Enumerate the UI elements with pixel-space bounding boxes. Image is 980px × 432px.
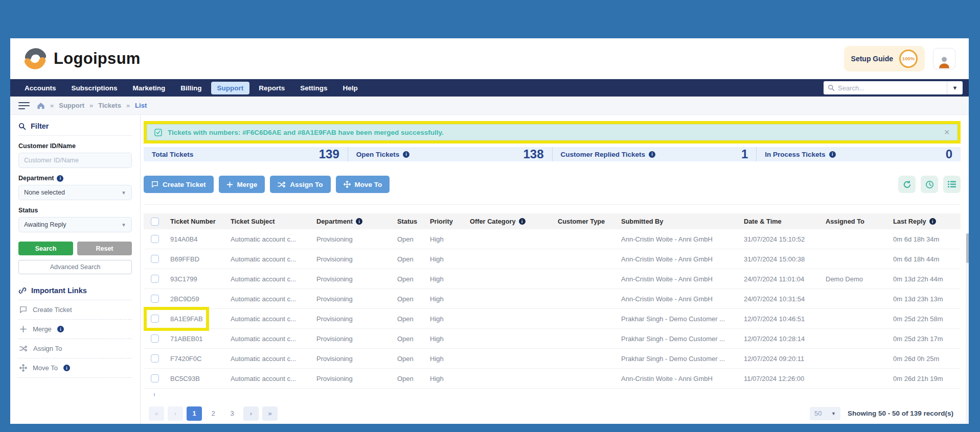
row-checkbox[interactable]: [151, 255, 159, 263]
table-row[interactable]: 71ABEB01 Automatic account c... Provisio…: [144, 329, 961, 349]
merge-info-icon[interactable]: i: [57, 326, 64, 332]
table-row[interactable]: F7420F0C Automatic account c... Provisio…: [144, 349, 961, 369]
col-customer-type[interactable]: Customer Type: [554, 218, 617, 225]
col-submitted-by[interactable]: Submitted By: [617, 218, 740, 225]
move-to-button[interactable]: Move To: [336, 176, 390, 193]
offer-category-info-icon[interactable]: i: [519, 218, 526, 225]
select-all-checkbox[interactable]: [151, 218, 159, 226]
col-department[interactable]: Department i: [312, 218, 393, 225]
col-status[interactable]: Status: [393, 218, 426, 225]
last-page-button[interactable]: »: [262, 406, 278, 421]
assign-to-button[interactable]: Assign To: [270, 176, 330, 193]
page-button-1[interactable]: 1: [187, 406, 202, 421]
table-scrollbar[interactable]: [966, 232, 969, 424]
nav-item-reports[interactable]: Reports: [253, 82, 291, 94]
cell-ticket-number[interactable]: 914A0B4: [166, 235, 226, 243]
cell-last-reply: 0m 26d 0h 25m: [889, 355, 961, 363]
cell-ticket-number[interactable]: B69FFBD: [166, 255, 226, 263]
reset-button[interactable]: Reset: [77, 242, 132, 255]
sidebar-link-create-ticket[interactable]: Create Ticket: [18, 300, 132, 320]
create-ticket-button[interactable]: Create Ticket: [144, 176, 214, 193]
table-row[interactable]: 8A1E9FAB Automatic account c... Provisio…: [144, 309, 961, 329]
table-row[interactable]: BC5C93B Automatic account c... Provision…: [144, 369, 961, 389]
row-checkbox[interactable]: [151, 295, 159, 303]
row-checkbox[interactable]: [154, 393, 155, 396]
list-view-button[interactable]: [943, 176, 961, 193]
row-checkbox[interactable]: [151, 354, 159, 363]
sidebar-link-assign-to[interactable]: Assign To: [18, 339, 132, 358]
setup-guide-button[interactable]: Setup Guide 100%: [844, 46, 925, 71]
advanced-search-button[interactable]: Advanced Search: [18, 260, 132, 274]
cell-status: Open: [393, 275, 426, 283]
cell-ticket-number[interactable]: 71ABEB01: [166, 335, 226, 343]
nav-item-help[interactable]: Help: [337, 82, 364, 94]
department-col-info-icon[interactable]: i: [356, 218, 362, 225]
sidebar-link-move-to[interactable]: Move To i: [18, 358, 132, 378]
cell-ticket-number[interactable]: BC5C93B: [166, 375, 226, 382]
row-checkbox[interactable]: [151, 235, 159, 243]
scrollbar-thumb[interactable]: [966, 233, 969, 263]
row-checkbox[interactable]: [151, 334, 159, 343]
search-button[interactable]: Search: [18, 242, 73, 255]
user-avatar-button[interactable]: [933, 48, 955, 69]
close-icon[interactable]: ✕: [944, 128, 950, 136]
cell-submitted-by: Prakhar Singh - Demo Customer ...: [617, 315, 740, 323]
nav-item-settings[interactable]: Settings: [294, 82, 333, 94]
open-tickets-info-icon[interactable]: i: [403, 151, 409, 158]
table-row[interactable]: B69FFBD Automatic account c... Provision…: [144, 249, 961, 269]
customer-id-input[interactable]: [18, 153, 132, 168]
department-select[interactable]: None selected ▼: [18, 185, 132, 200]
sidebar-link-merge[interactable]: Merge i: [18, 320, 132, 339]
breadcrumb-tickets[interactable]: Tickets: [98, 102, 121, 109]
search-scope-dropdown[interactable]: ▼: [947, 81, 963, 94]
page-size-select[interactable]: 50 ▼: [810, 407, 840, 420]
nav-item-accounts[interactable]: Accounts: [18, 82, 62, 94]
cell-submitted-by: Ann-Cristin Woite - Anni GmbH: [617, 235, 740, 243]
global-search: ▼: [824, 81, 963, 94]
cell-ticket-number[interactable]: 8A1E9FAB: [166, 315, 226, 323]
history-button[interactable]: [921, 176, 938, 193]
nav-item-billing[interactable]: Billing: [174, 82, 208, 94]
cell-last-reply: 0m 13d 23h 13m: [889, 295, 961, 303]
breadcrumb-list[interactable]: List: [135, 102, 147, 109]
in-process-info-icon[interactable]: i: [829, 151, 836, 158]
table-row[interactable]: 914A0B4 Automatic account c... Provision…: [144, 229, 961, 249]
status-select[interactable]: Awaiting Reply ▼: [18, 217, 132, 232]
nav-item-support[interactable]: Support: [211, 82, 250, 94]
search-input[interactable]: [835, 84, 947, 92]
customer-replied-info-icon[interactable]: i: [649, 151, 655, 158]
cell-ticket-number[interactable]: 93C1799: [166, 275, 226, 283]
col-ticket-subject[interactable]: Ticket Subject: [226, 218, 312, 225]
next-page-button[interactable]: ›: [243, 406, 259, 421]
prev-page-button[interactable]: ‹: [168, 406, 183, 421]
table-row[interactable]: 2BC9D59 Automatic account c... Provision…: [144, 289, 961, 309]
home-icon[interactable]: [37, 102, 45, 109]
nav-item-subscriptions[interactable]: Subscriptions: [65, 82, 124, 94]
cell-date-time: 24/07/2024 10:31:54: [740, 295, 822, 303]
breadcrumb-support[interactable]: Support: [59, 102, 84, 109]
col-date-time[interactable]: Date & Time: [740, 218, 822, 225]
row-checkbox[interactable]: [151, 374, 159, 382]
department-info-icon[interactable]: i: [57, 175, 63, 182]
col-priority[interactable]: Priority: [426, 218, 466, 225]
table-row[interactable]: 93C1799 Automatic account c... Provision…: [144, 269, 961, 289]
sidebar-toggle-icon[interactable]: [18, 102, 30, 109]
last-reply-info-icon[interactable]: i: [929, 218, 936, 225]
page-button-2[interactable]: 2: [206, 406, 221, 421]
col-assigned-to[interactable]: Assigned To: [822, 218, 889, 225]
customer-id-label: Customer ID/Name: [18, 142, 132, 150]
col-ticket-number[interactable]: Ticket Number: [166, 218, 226, 225]
col-last-reply[interactable]: Last Reply i: [889, 218, 961, 225]
row-checkbox[interactable]: [151, 315, 159, 323]
nav-item-marketing[interactable]: Marketing: [127, 82, 172, 94]
merge-button[interactable]: Merge: [219, 176, 265, 193]
cell-status: Open: [393, 235, 426, 243]
page-button-3[interactable]: 3: [224, 406, 240, 421]
cell-ticket-number[interactable]: 2BC9D59: [166, 295, 226, 303]
row-checkbox[interactable]: [151, 275, 159, 283]
col-offer-category[interactable]: Offer Category i: [466, 218, 554, 225]
cell-ticket-number[interactable]: F7420F0C: [166, 355, 226, 363]
move-to-info-icon[interactable]: i: [63, 365, 70, 371]
refresh-button[interactable]: [898, 176, 916, 193]
first-page-button[interactable]: «: [149, 406, 164, 421]
